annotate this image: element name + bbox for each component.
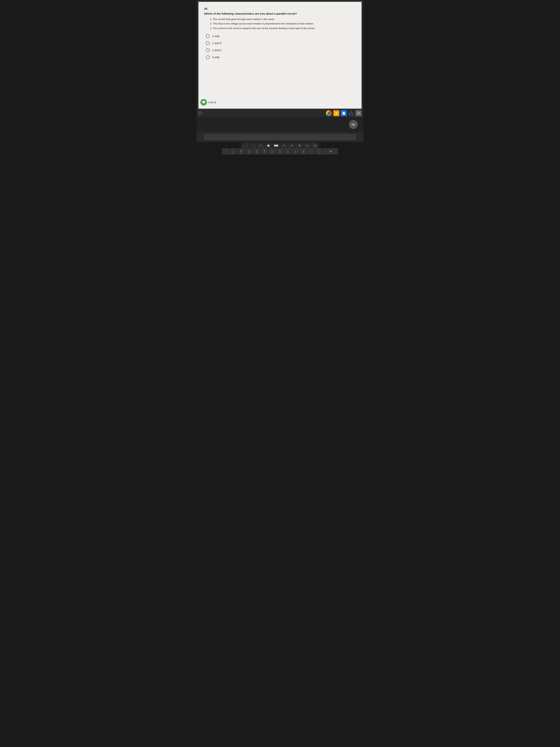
key-mute[interactable]: 🔇 bbox=[296, 143, 303, 148]
files-icon[interactable]: 📁 bbox=[334, 110, 339, 116]
key-vol-down[interactable]: 🔉 bbox=[304, 143, 311, 148]
hp-area: hp bbox=[197, 117, 363, 132]
key-refresh[interactable]: C↺ bbox=[257, 143, 264, 148]
fn-row: ← → C↺ ⬜ ⬜⬜ 🔅 🔆 🔇 🔉 🔊 bbox=[197, 143, 363, 148]
key-forward[interactable]: → bbox=[249, 143, 256, 148]
key-1[interactable]: ! 1 bbox=[230, 148, 237, 154]
key-window[interactable]: ⬜⬜ bbox=[273, 143, 279, 148]
option-1-only-label: 1 only bbox=[212, 34, 220, 37]
statements-list: 1. The current that goes through each re… bbox=[210, 18, 356, 30]
grid-icon-symbol: ⊞ bbox=[357, 112, 359, 114]
laptop-screen: 28. Which of the following characteristi… bbox=[197, 0, 363, 109]
key-7[interactable]: & 7 bbox=[276, 148, 284, 154]
key-9[interactable]: ( 9 bbox=[292, 148, 299, 154]
drive-icon[interactable] bbox=[348, 110, 354, 116]
statement-1: 1. The current that goes through each re… bbox=[210, 18, 356, 21]
key-minus[interactable]: _ - bbox=[308, 148, 315, 154]
files-icon-symbol: 📁 bbox=[335, 112, 338, 115]
option-1-and-3-label: 1 and 3 bbox=[212, 42, 221, 45]
timer-area: 💬 0:46:29 bbox=[201, 99, 216, 106]
key-6[interactable]: ^ 6 bbox=[269, 148, 276, 154]
option-1-and-2[interactable]: 1 and 2 bbox=[206, 48, 356, 52]
taskbar: 📁 📄 ⊞ bbox=[197, 109, 363, 117]
key-fullscreen[interactable]: ⬜ bbox=[265, 143, 272, 148]
key-3[interactable]: # 3 bbox=[245, 148, 252, 154]
option-1-only[interactable]: 1 only bbox=[206, 34, 356, 38]
key-4[interactable]: $ 4 bbox=[253, 148, 260, 154]
taskbar-left bbox=[198, 111, 203, 115]
radio-1-and-3[interactable] bbox=[206, 41, 210, 45]
screen-content: 28. Which of the following characteristi… bbox=[198, 1, 362, 109]
radio-1-and-2[interactable] bbox=[206, 48, 210, 52]
taskbar-right: 📁 📄 ⊞ bbox=[326, 110, 362, 116]
key-plus[interactable]: + = bbox=[315, 148, 322, 154]
option-3-only-label: 3 only bbox=[212, 56, 220, 59]
option-3-only[interactable]: 3 only bbox=[206, 55, 356, 59]
question-number: 28. bbox=[204, 7, 356, 10]
option-1-and-2-label: 1 and 2 bbox=[212, 49, 221, 52]
key-0[interactable]: ) 0 bbox=[300, 148, 307, 154]
key-brightness-down[interactable]: 🔅 bbox=[281, 143, 287, 148]
chat-bubble-icon: 💬 bbox=[201, 99, 207, 106]
svg-marker-0 bbox=[349, 111, 353, 115]
key-2[interactable]: @ 2 bbox=[238, 148, 245, 154]
touchpad-area bbox=[197, 132, 363, 142]
option-1-and-3[interactable]: 1 and 3 bbox=[206, 41, 356, 45]
statement-2: 2. The drop in the voltage across each r… bbox=[210, 22, 356, 26]
statement-3: 3. The current in the circuit is equal t… bbox=[210, 26, 356, 30]
drive-triangle-icon bbox=[349, 111, 353, 115]
radio-3-only[interactable] bbox=[206, 55, 210, 59]
key-vol-up[interactable]: 🔊 bbox=[312, 143, 319, 148]
number-row: ~ ` ! 1 @ 2 # 3 $ 4 % 5 ^ 6 & 7 bbox=[197, 148, 363, 154]
key-8[interactable]: * 8 bbox=[284, 148, 291, 154]
docs-icon[interactable]: 📄 bbox=[341, 110, 347, 116]
key-brightness-up[interactable]: 🔆 bbox=[288, 143, 295, 148]
timer-display: 0:46:29 bbox=[208, 101, 216, 104]
chrome-icon[interactable] bbox=[326, 110, 332, 116]
touchpad-bar[interactable] bbox=[204, 134, 356, 140]
docs-icon-symbol: 📄 bbox=[342, 112, 345, 115]
question-text: Which of the following characteristics a… bbox=[204, 12, 356, 15]
radio-1-only[interactable] bbox=[206, 34, 210, 38]
key-back[interactable]: ← bbox=[241, 143, 248, 148]
keyboard: ← → C↺ ⬜ ⬜⬜ 🔅 🔆 🔇 🔉 🔊 ~ ` ! 1 @ 2 # 3 $ … bbox=[197, 142, 363, 158]
grid-icon[interactable]: ⊞ bbox=[355, 110, 362, 116]
key-tilde[interactable]: ~ ` bbox=[222, 148, 229, 154]
options-list: 1 only 1 and 3 1 and 2 3 only bbox=[206, 34, 356, 59]
hp-logo: hp bbox=[349, 120, 358, 129]
key-backspace[interactable]: ⌫ bbox=[323, 148, 338, 154]
key-5[interactable]: % 5 bbox=[261, 148, 268, 154]
taskbar-circle-button[interactable] bbox=[198, 111, 202, 115]
